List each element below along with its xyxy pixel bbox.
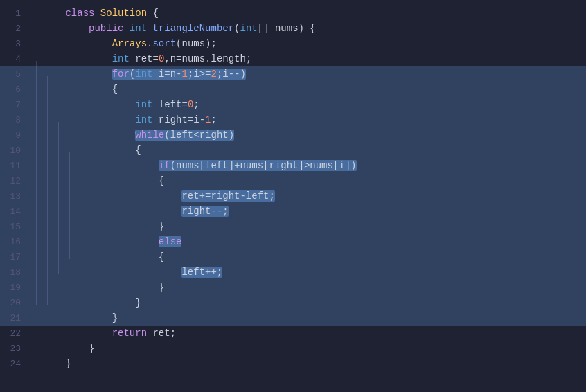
code-line-24: 24 } [0,356,586,371]
code-editor: 1 class Solution { 2 public int triangle… [0,0,586,392]
